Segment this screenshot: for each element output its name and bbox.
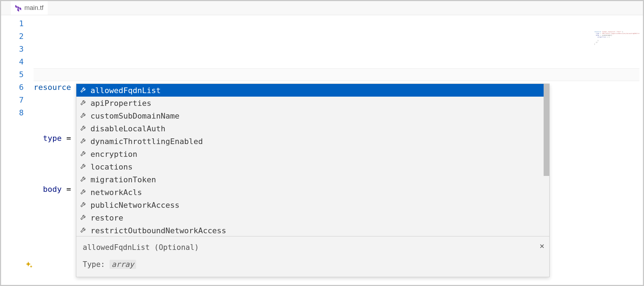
line-number: 5 [1, 68, 24, 81]
property-icon [80, 162, 87, 171]
autocomplete-item-label: dynamicThrottlingEnabled [90, 137, 203, 146]
line-number: 7 [1, 94, 24, 107]
autocomplete-item-label: migrationToken [90, 175, 156, 184]
autocomplete-item[interactable]: encryption [76, 148, 549, 160]
property-icon [80, 226, 87, 235]
autocomplete-detail: ✕ allowedFqdnList (Optional) Type: array [76, 236, 549, 277]
autocomplete-item[interactable]: restrictOutboundNetworkAccess [76, 224, 549, 236]
autocomplete-item[interactable]: migrationToken [76, 173, 549, 186]
autocomplete-item-label: disableLocalAuth [90, 124, 165, 133]
autocomplete-item[interactable]: dynamicThrottlingEnabled [76, 135, 549, 148]
autocomplete-scrollbar[interactable] [544, 84, 549, 236]
autocomplete-item-label: encryption [90, 150, 137, 159]
terraform-file-icon [15, 5, 22, 12]
autocomplete-detail-type: Type: array [83, 258, 543, 270]
autocomplete-item[interactable]: restore [76, 211, 549, 224]
autocomplete-item-label: networkAcls [90, 188, 142, 197]
tab-bar: main.tf [1, 1, 643, 15]
property-icon [80, 150, 87, 159]
autocomplete-item-label: restrictOutboundNetworkAccess [90, 226, 226, 235]
minimap[interactable]: resource "azapi_resource" "test" { type … [594, 31, 639, 56]
line-number: 1 [1, 17, 24, 30]
autocomplete-item[interactable]: disableLocalAuth [76, 122, 549, 135]
autocomplete-item-label: customSubDomainName [90, 111, 180, 120]
svg-marker-2 [19, 7, 21, 10]
property-icon [80, 124, 87, 133]
editor-tab-main-tf[interactable]: main.tf [11, 1, 48, 15]
property-icon [80, 213, 87, 222]
tab-filename: main.tf [24, 4, 43, 12]
autocomplete-item[interactable]: allowedFqdnList [76, 84, 549, 97]
autocomplete-item-label: publicNetworkAccess [90, 201, 180, 210]
svg-marker-0 [15, 5, 17, 8]
property-icon [80, 137, 87, 146]
line-number: 4 [1, 56, 24, 68]
line-number: 2 [1, 30, 24, 43]
line-number: 6 [1, 81, 24, 94]
autocomplete-item[interactable]: locations [76, 160, 549, 173]
autocomplete-list: allowedFqdnListapiPropertiescustomSubDom… [76, 84, 549, 236]
autocomplete-item[interactable]: networkAcls [76, 186, 549, 199]
property-icon [80, 86, 87, 95]
ai-suggestion-icon[interactable] [26, 236, 63, 286]
autocomplete-item[interactable]: publicNetworkAccess [76, 199, 549, 211]
line-number: 8 [1, 107, 24, 119]
autocomplete-item-label: apiProperties [90, 99, 151, 108]
current-line-highlight [34, 68, 639, 81]
property-icon [80, 111, 87, 120]
scrollbar-thumb[interactable] [544, 84, 549, 176]
autocomplete-item[interactable]: customSubDomainName [76, 109, 549, 122]
autocomplete-item[interactable]: apiProperties [76, 97, 549, 109]
autocomplete-item-label: locations [90, 162, 133, 171]
property-icon [80, 201, 87, 210]
close-icon[interactable]: ✕ [540, 240, 544, 252]
autocomplete-item-label: restore [90, 213, 123, 222]
autocomplete-detail-title: allowedFqdnList (Optional) [83, 241, 543, 253]
property-icon [80, 188, 87, 197]
property-icon [80, 175, 87, 184]
autocomplete-item-label: allowedFqdnList [90, 86, 161, 95]
property-icon [80, 99, 87, 108]
autocomplete-popup: allowedFqdnListapiPropertiescustomSubDom… [76, 84, 550, 277]
line-number: 3 [1, 43, 24, 56]
